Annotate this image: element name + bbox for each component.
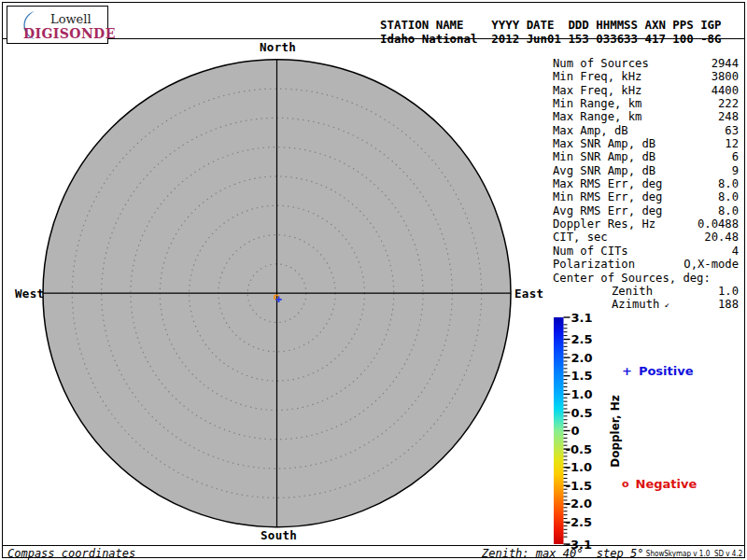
stat-value: 4	[732, 245, 739, 258]
colorbar-gradient	[554, 317, 564, 544]
footer-coordinate-system: Compass coordinates	[7, 547, 135, 560]
stat-label: Min SNR Amp, dB	[553, 150, 655, 163]
stat-label: Zenith	[612, 285, 653, 298]
stat-row: Max Freq, kHz4400	[553, 84, 739, 97]
stat-label: Polarization	[553, 258, 635, 271]
legend-negative-label: Negative	[636, 477, 698, 491]
stat-row: Num of Sources2944	[553, 57, 739, 70]
stat-row: Num of CITs4	[553, 245, 739, 258]
stat-label: Min Freq, kHz	[553, 70, 641, 83]
footer-zenith-scale: Zenith: max 40° step 5°	[482, 547, 643, 560]
footer-version: ShowSkymap v 1.0 SD v 4.2	[646, 549, 742, 558]
colorbar-tick-label: -2.5	[566, 515, 592, 529]
stat-value: 222	[718, 97, 739, 110]
colorbar-tick-label: 2.5	[571, 332, 593, 346]
plus-marker-icon: +	[622, 364, 632, 378]
stat-row: Min Freq, kHz3800	[553, 70, 739, 83]
stat-label: Doppler Res, Hz	[553, 217, 655, 231]
stat-label: Num of CITs	[553, 245, 628, 258]
legend-negative: oNegative	[622, 477, 697, 491]
stat-label: Max RMS Err, deg	[553, 177, 662, 190]
colorbar-tick-label: -1.0	[566, 460, 592, 474]
stat-value: 248	[718, 110, 739, 123]
stat-row: CIT, sec20.48	[553, 231, 739, 244]
legend-positive-label: Positive	[639, 364, 694, 378]
logo-digisonde-text: DIGISONDE	[23, 26, 116, 41]
stat-value: 2944	[712, 57, 739, 70]
compass-south-label: South	[261, 528, 297, 542]
stat-value: 3800	[712, 70, 739, 83]
colorbar-tick-label: -1.5	[566, 479, 592, 493]
stat-label: Avg SNR Amp, dB	[553, 164, 655, 177]
compass-west-label: West	[15, 287, 44, 301]
stat-row: Zenith1.0	[553, 285, 739, 298]
stat-row: Min SNR Amp, dB6	[553, 150, 739, 163]
azimuth-direction-arrow-icon: ↙	[664, 298, 669, 311]
stat-row: Max Amp, dB63	[553, 124, 739, 137]
stats-panel: Num of Sources2944Min Freq, kHz3800Max F…	[553, 57, 739, 312]
stat-row: Avg SNR Amp, dB9	[553, 164, 739, 177]
stat-label: Azimuth	[612, 298, 659, 311]
compass-east-label: East	[514, 287, 543, 301]
doppler-colorbar: 3.12.52.01.51.00.50-0.5-1.0-1.5-2.0-2.5-…	[554, 311, 593, 552]
footer-separator	[3, 545, 744, 546]
stat-value: 8.0	[718, 190, 739, 203]
stat-value: 4400	[712, 84, 739, 97]
colorbar-tick-label: 1.5	[571, 369, 593, 383]
stat-row: Max Range, km248	[553, 110, 739, 123]
stat-value: 63	[725, 124, 739, 137]
colorbar-tick-label: 1.0	[571, 387, 593, 401]
stat-row: Doppler Res, Hz0.0488	[553, 217, 739, 231]
stat-row: Min Range, km222	[553, 97, 739, 110]
stat-label: Center of Sources, deg:	[553, 272, 711, 285]
showskymap-window: 3.12.52.01.51.00.50-0.5-1.0-1.5-2.0-2.5-…	[0, 0, 747, 560]
compass-north-label: North	[260, 40, 296, 54]
stat-value: 12	[725, 137, 739, 150]
stat-label: Min Range, km	[553, 97, 641, 110]
legend-positive: +Positive	[622, 364, 694, 378]
colorbar-tick-label: 0.5	[571, 406, 593, 420]
colorbar-tick-label: 0	[571, 424, 580, 438]
colorbar-axis-label: Doppler, Hz	[609, 395, 622, 468]
stat-label: Min RMS Err, deg	[553, 190, 662, 203]
stat-label: Avg RMS Err, deg	[553, 204, 662, 217]
stat-label: CIT, sec	[553, 231, 608, 244]
colorbar-tick-label: -0.5	[566, 442, 592, 456]
stat-row: Avg RMS Err, deg8.0	[553, 204, 739, 217]
stat-value: 6	[732, 150, 739, 163]
colorbar-tick-label: -2.0	[566, 497, 592, 511]
stat-row: Min RMS Err, deg8.0	[553, 190, 739, 203]
stat-value: 20.48	[704, 231, 739, 244]
stat-value: O,X-mode	[684, 258, 739, 271]
colorbar-tick-label: 3.1	[571, 311, 593, 325]
circle-marker-icon: o	[622, 478, 629, 490]
logo-lowell-text: Lowell	[50, 12, 92, 26]
stat-label: Max Amp, dB	[553, 124, 628, 137]
colorbar-tick-label: 2.0	[571, 351, 593, 365]
stat-value: 0.0488	[698, 217, 739, 231]
stat-value: 8.0	[718, 204, 739, 217]
stat-value: 1.0	[718, 285, 739, 298]
header-column-names: STATION NAME YYYY DATE DDD HHMMSS AXN PP…	[380, 18, 722, 32]
stat-label: Max Freq, kHz	[553, 84, 641, 97]
lowell-digisonde-logo: Lowell DIGISONDE	[7, 6, 108, 44]
stat-value: 188	[718, 298, 739, 311]
stat-row: Max RMS Err, deg8.0	[553, 177, 739, 190]
stat-value: 9	[732, 164, 739, 177]
stat-row: Center of Sources, deg:	[553, 272, 739, 285]
stat-label: Max Range, km	[553, 110, 641, 123]
stat-row: Max SNR Amp, dB12	[553, 137, 739, 150]
stat-value: 8.0	[718, 177, 739, 190]
stat-row: PolarizationO,X-mode	[553, 258, 739, 271]
stat-label: Num of Sources	[553, 57, 649, 70]
skymap-group	[43, 60, 511, 527]
stat-label: Max SNR Amp, dB	[553, 137, 655, 150]
stat-row: Azimuth↙188	[553, 298, 739, 311]
